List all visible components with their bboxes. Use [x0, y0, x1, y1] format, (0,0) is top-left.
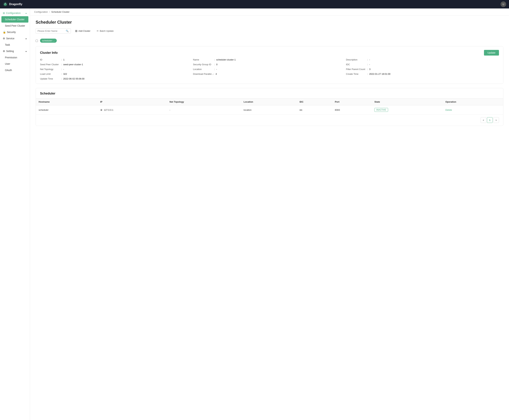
sidebar-item-premission[interactable]: Premission: [0, 54, 30, 61]
cell-hostname: scheduler: [36, 105, 97, 114]
page-title: Scheduler Cluster: [36, 20, 503, 25]
cluster-info-title: Cluster Info: [40, 51, 58, 55]
cell-net-topology: -: [167, 105, 241, 114]
cell-state: INACTIVE: [371, 105, 443, 114]
info-row-seed-peer-cluster: Seed Peer Cluster : seed-peer-cluster-1: [40, 63, 193, 66]
delete-link[interactable]: Delete: [445, 109, 452, 111]
pagination: < 1 >: [36, 114, 503, 126]
breadcrumb-current: Scheduler Cluster: [51, 11, 69, 13]
batch-update-button[interactable]: ✏ Batch Update: [95, 29, 116, 33]
col-operation: Operation: [443, 98, 503, 105]
search-icon: 🔍: [66, 30, 69, 32]
cell-idc: idc: [297, 105, 332, 114]
top-nav: Dragonfly U: [0, 0, 509, 8]
col-location: Location: [241, 98, 297, 105]
col-hostname: Hostname: [36, 98, 97, 105]
gear-icon: ⚙: [3, 50, 5, 52]
layout-icon: ⊞: [3, 12, 5, 15]
dragonfly-icon: [3, 2, 8, 7]
col-net-topology: Net Topology: [167, 98, 241, 105]
info-row-update-time: Update Time : 2022-06-02 05:06:00: [40, 77, 193, 80]
chevron-up-icon: ▲: [25, 50, 27, 52]
app-logo: Dragonfly: [3, 2, 22, 7]
info-row-load-limit: Load Limit : 322: [40, 73, 193, 75]
cluster-checkbox[interactable]: [36, 40, 38, 42]
info-row-description: Description : -: [346, 58, 499, 61]
sidebar-item-scheduler-cluster[interactable]: Scheduler Cluster: [1, 16, 28, 22]
info-row-id: ID : 1: [40, 58, 193, 61]
add-cluster-button[interactable]: ⊞ Add Cluster: [73, 28, 93, 34]
add-icon: ⊞: [75, 29, 77, 33]
info-row-net-topology: Net Topology : -: [40, 68, 193, 71]
info-row-download-parallel: Download Parallel...: 4: [193, 73, 346, 75]
cluster-tags-row: scheduler-...: [36, 38, 503, 43]
info-row-create-time: Create Time : 2022-01-27 18:01:00: [346, 73, 499, 75]
table-row: scheduler 🖥 127.0.0.1 - location idc 808…: [36, 105, 503, 114]
page-content: Scheduler Cluster 🔍 ⊞ Add Cluster ✏ Batc…: [30, 15, 509, 420]
cluster-tag[interactable]: scheduler-...: [40, 39, 57, 43]
cluster-info-card: Cluster Info Update ID : 1 Name : schedu…: [36, 46, 503, 84]
info-row-filter-parent-count: Filter Parent Count : 3: [346, 68, 499, 71]
cell-port: 8083: [332, 105, 371, 114]
col-ip: IP: [97, 98, 167, 105]
search-box[interactable]: 🔍: [36, 28, 71, 33]
info-row-security-group-id: Security Group ID : 0: [193, 63, 346, 66]
state-badge: INACTIVE: [374, 108, 388, 112]
prev-page-button[interactable]: <: [481, 117, 486, 123]
sidebar-section-setting[interactable]: ⚙ Setting ▲: [0, 48, 30, 54]
service-icon: ⚙: [3, 37, 5, 40]
sidebar-section-service[interactable]: ⚙ Service ▲: [0, 35, 30, 42]
col-port: Port: [332, 98, 371, 105]
sidebar: ⊞ Configuration ▲ Scheduler Cluster Seed…: [0, 8, 30, 420]
col-idc: IDC: [297, 98, 332, 105]
user-avatar[interactable]: U: [501, 1, 506, 7]
search-actions-bar: 🔍 ⊞ Add Cluster ✏ Batch Update: [36, 28, 503, 34]
breadcrumb-separator: /: [49, 11, 50, 13]
content-area: Configuration / Scheduler Cluster Schedu…: [30, 8, 509, 420]
chevron-up-icon: ▲: [25, 12, 27, 14]
sidebar-section-configuration[interactable]: ⊞ Configuration ▲: [0, 10, 30, 16]
update-button[interactable]: Update: [484, 50, 499, 56]
info-row-idc: IDC : -: [346, 63, 499, 66]
breadcrumb-parent[interactable]: Configuration: [34, 11, 48, 13]
cell-operation[interactable]: Delete: [443, 105, 503, 114]
chevron-up-icon: ▲: [25, 38, 27, 39]
sidebar-section-security[interactable]: 🔒 Security: [0, 29, 30, 35]
shield-icon: 🔒: [3, 31, 6, 33]
info-row-location: Location : -: [193, 68, 346, 71]
breadcrumb: Configuration / Scheduler Cluster: [30, 8, 509, 15]
info-row-name: Name : scheduler-cluster-1: [193, 58, 346, 61]
scheduler-table-card: Scheduler Hostname IP Net Topology Locat…: [36, 88, 503, 126]
monitor-icon: 🖥: [100, 109, 102, 111]
cluster-info-grid: ID : 1 Name : scheduler-cluster-1 Descri…: [36, 58, 503, 83]
edit-icon: ✏: [97, 30, 99, 32]
cell-location: location: [241, 105, 297, 114]
sidebar-item-oauth[interactable]: OAuth: [0, 67, 30, 73]
sidebar-item-task[interactable]: Task: [0, 42, 30, 48]
table-header-row: Hostname IP Net Topology Location IDC Po…: [36, 98, 503, 105]
page-1-button[interactable]: 1: [487, 117, 493, 123]
col-state: State: [371, 98, 443, 105]
sidebar-item-seed-peer-cluster[interactable]: Seed Peer Cluster: [0, 22, 30, 29]
cluster-info-header: Cluster Info Update: [36, 46, 503, 58]
scheduler-table-title: Scheduler: [36, 88, 503, 98]
sidebar-item-user[interactable]: User: [0, 61, 30, 67]
search-input[interactable]: [37, 30, 66, 32]
next-page-button[interactable]: >: [493, 117, 499, 123]
scheduler-table: Hostname IP Net Topology Location IDC Po…: [36, 98, 503, 114]
cell-ip: 🖥 127.0.0.1: [97, 105, 167, 114]
